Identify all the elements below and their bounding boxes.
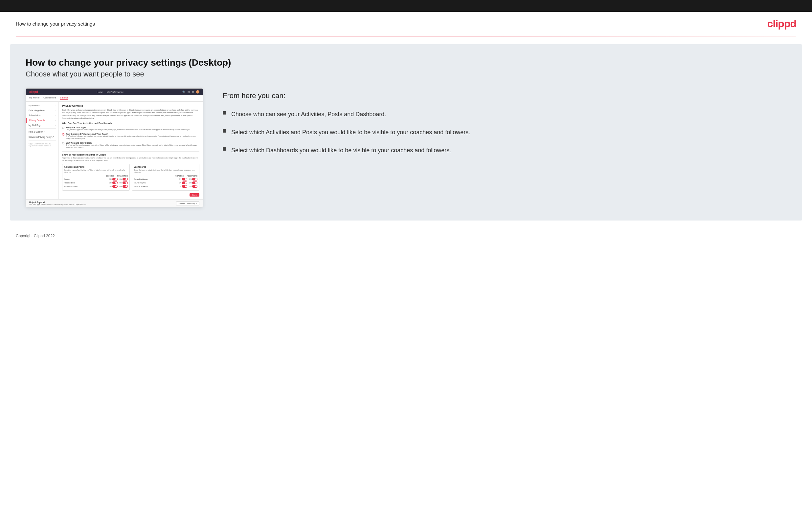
top-bar: [0, 0, 812, 12]
toggle-pill-whattowworkon-coach[interactable]: [182, 185, 187, 188]
chevron-icon: ›: [55, 119, 56, 121]
toggle-practice-coach[interactable]: ON: [109, 181, 117, 184]
sidebar-item-helpsupport[interactable]: Help & Support ↗: [26, 129, 58, 134]
chevron-icon: ›: [55, 124, 56, 126]
toggle-pair-whattowworkon: ON ON: [179, 185, 197, 188]
mockup-subnav-myprofile[interactable]: My Profile: [29, 97, 39, 100]
mockup-sidebar: My Account › Data Integrations › Subscri…: [26, 102, 59, 199]
chevron-icon: ›: [55, 110, 56, 112]
toggle-rounds-coach[interactable]: ON: [109, 178, 117, 180]
mockup-features-title: Show or hide specific features in Clippd: [62, 154, 199, 156]
toggle-row-whattowworkon: What To Work On ON ON: [134, 185, 197, 188]
content-row: clippd Home My Performance 🔍 ⊞ ⚙ My Prof…: [26, 88, 786, 208]
toggle-pill-playerdash-follower[interactable]: [192, 178, 197, 180]
toggle-pill-rounds-follower[interactable]: [122, 178, 128, 180]
screenshot-mockup: clippd Home My Performance 🔍 ⊞ ⚙ My Prof…: [26, 88, 203, 208]
page-heading: How to change your privacy settings (Des…: [26, 57, 786, 68]
list-item: Select which Dashboards you would like t…: [223, 146, 786, 155]
search-icon[interactable]: 🔍: [182, 91, 186, 94]
main-content: How to change your privacy settings (Des…: [10, 44, 802, 221]
radio-everyone[interactable]: Everyone on Clippd Everyone on Clippd ca…: [62, 126, 199, 131]
toggle-practice-follower[interactable]: ON: [119, 181, 128, 184]
toggle-playerdash-follower[interactable]: ON: [189, 178, 198, 180]
toggle-activities-header: COACHES FOLLOWERS: [64, 175, 128, 177]
mockup-navbar: clippd Home My Performance 🔍 ⊞ ⚙: [26, 89, 203, 95]
sidebar-item-subscription[interactable]: Subscription ›: [26, 113, 58, 118]
mockup-nav-link-performance[interactable]: My Performance: [107, 91, 123, 93]
mockup-body: My Account › Data Integrations › Subscri…: [26, 102, 203, 199]
logo: clippd: [767, 18, 796, 30]
radio-circle-coach: [62, 142, 64, 145]
toggle-row-practice: Practice Drills ON ON: [64, 181, 128, 184]
sidebar-item-myaccount[interactable]: My Account ›: [26, 103, 58, 108]
toggle-pill-whattowworkon-follower[interactable]: [192, 185, 197, 188]
radio-followers[interactable]: Only Approved Followers and Your Coach O…: [62, 133, 199, 140]
toggle-roundinsights-coach[interactable]: ON: [179, 181, 187, 184]
toggle-pair-manual: ON ON: [109, 185, 128, 188]
toggle-name-whattowworkon: What To Work On: [134, 185, 179, 187]
radio-label-coach: Only You and Your Coach: [66, 142, 199, 144]
toggle-roundinsights-follower[interactable]: ON: [189, 181, 198, 184]
avatar[interactable]: [196, 90, 199, 94]
toggle-section-dashboards: Dashboards Select the types of activity …: [132, 164, 199, 191]
toggle-row-playerdash: Player Dashboard ON ON: [134, 178, 197, 180]
bullet-text-3: Select which Dashboards you would like t…: [231, 146, 451, 155]
toggle-rounds-follower[interactable]: ON: [119, 178, 128, 180]
bullet-list: Choose who can see your Activities, Post…: [223, 110, 786, 155]
list-item: Select which Activities and Posts you wo…: [223, 128, 786, 137]
toggle-pill-practice-follower[interactable]: [122, 181, 128, 184]
toggle-manual-coach[interactable]: ON: [109, 185, 117, 188]
mockup-subnav-settings[interactable]: Settings: [60, 97, 68, 100]
radio-circle-followers: [62, 133, 64, 135]
toggle-name-manual: Manual Activities: [64, 185, 109, 187]
toggle-dashboards-desc: Select the types of activity that you'd …: [134, 169, 197, 174]
header-title: How to change your privacy settings: [16, 21, 95, 26]
chevron-icon: ›: [55, 105, 56, 107]
list-item: Choose who can see your Activities, Post…: [223, 110, 786, 119]
toggle-pair-playerdash: ON ON: [179, 178, 197, 180]
sidebar-item-privacypolicy[interactable]: Service & Privacy Policy ↗: [26, 134, 58, 140]
bullet-text-1: Choose who can see your Activities, Post…: [231, 110, 386, 119]
sidebar-item-dataintegrations[interactable]: Data Integrations ›: [26, 108, 58, 113]
toggle-pill-practice-coach[interactable]: [112, 181, 117, 184]
radio-coach[interactable]: Only You and Your Coach Only you and the…: [62, 142, 199, 149]
toggle-name-practice: Practice Drills: [64, 182, 109, 184]
mockup-subnav: My Profile Connections Settings: [26, 95, 203, 102]
info-panel-title: From here you can:: [223, 92, 786, 100]
toggle-whattowworkon-coach[interactable]: ON: [179, 185, 187, 188]
save-button[interactable]: Save: [190, 193, 199, 196]
toggle-name-playerdash: Player Dashboard: [134, 178, 179, 180]
toggle-manual-follower[interactable]: ON: [119, 185, 128, 188]
mockup-logo: clippd: [29, 90, 38, 94]
toggle-pair-practice: ON ON: [109, 181, 128, 184]
settings-icon[interactable]: ⚙: [192, 91, 194, 94]
toggle-whattowworkon-follower[interactable]: ON: [189, 185, 198, 188]
page-subheading: Choose what you want people to see: [26, 70, 786, 78]
toggle-pill-rounds-coach[interactable]: [112, 178, 117, 180]
toggle-dashboards-header: COACHES FOLLOWERS: [134, 175, 197, 177]
mockup-visibility-title: Who Can See Your Activities and Dashboar…: [62, 122, 199, 124]
toggle-activities-desc: Select the types of activity that you'd …: [64, 169, 128, 174]
sidebar-item-mygolfbag[interactable]: My Golf Bag ›: [26, 123, 58, 128]
toggle-row-manual: Manual Activities ON ON: [64, 185, 128, 188]
mockup-subnav-connections[interactable]: Connections: [43, 97, 56, 100]
toggle-pill-manual-follower[interactable]: [122, 185, 128, 188]
visit-community-button[interactable]: Visit Our Community ↗: [176, 202, 199, 206]
radio-desc-followers: Only approved followers and coaches you …: [66, 135, 199, 140]
toggle-playerdash-coach[interactable]: ON: [179, 178, 187, 180]
grid-icon[interactable]: ⊞: [188, 91, 190, 94]
sidebar-version: Clippd Client Version: 2022.8.2SQL Serve…: [26, 142, 58, 148]
toggle-pill-manual-coach[interactable]: [112, 185, 117, 188]
sidebar-item-privacycontrols[interactable]: Privacy Controls ›: [26, 118, 58, 123]
info-panel: From here you can: Choose who can see yo…: [223, 88, 786, 155]
toggle-pill-roundinsights-coach[interactable]: [182, 181, 187, 184]
footer-text: Copyright Clippd 2022: [16, 234, 55, 238]
toggle-activities-title: Activities and Posts: [64, 166, 128, 168]
bullet-icon-1: [223, 111, 226, 115]
mockup-features-desc: Regardless of the privacy controls that …: [62, 157, 199, 162]
toggle-pill-playerdash-coach[interactable]: [182, 178, 187, 180]
header: How to change your privacy settings clip…: [0, 12, 812, 36]
header-divider: [16, 36, 796, 37]
toggle-pill-roundinsights-follower[interactable]: [192, 181, 197, 184]
mockup-nav-link-home[interactable]: Home: [97, 91, 103, 93]
